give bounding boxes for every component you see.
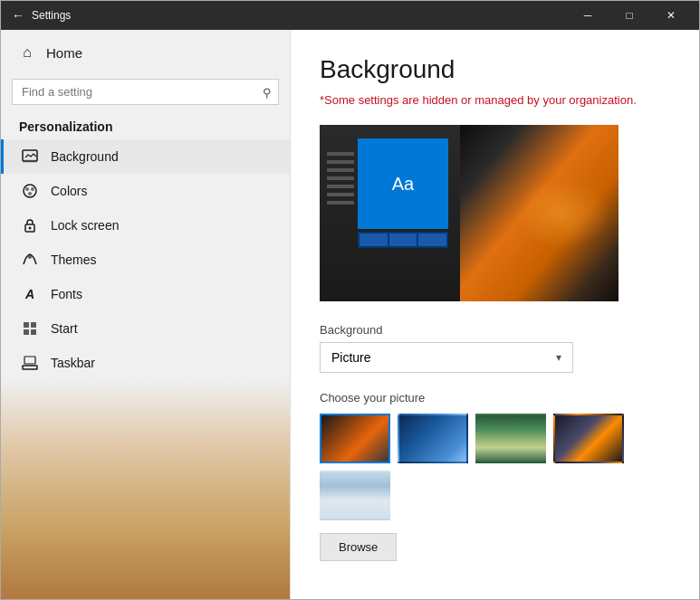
sidebar-item-themes[interactable]: Themes xyxy=(1,243,290,277)
sidebar-item-background-label: Background xyxy=(51,149,119,164)
back-button[interactable]: ← xyxy=(12,8,24,23)
sidebar-item-taskbar[interactable]: Taskbar xyxy=(1,346,290,380)
sidebar-search-container: ⚲ xyxy=(12,79,279,105)
svg-rect-13 xyxy=(23,366,37,369)
preview-bottom-block xyxy=(389,233,417,246)
home-icon: ⌂ xyxy=(19,44,35,61)
sidebar-item-fonts[interactable]: A Fonts xyxy=(1,277,290,311)
svg-point-4 xyxy=(31,187,34,191)
background-dropdown-label: Background xyxy=(320,323,670,337)
svg-rect-9 xyxy=(24,322,29,328)
browse-button[interactable]: Browse xyxy=(320,533,397,561)
picture-thumb-4[interactable] xyxy=(553,414,624,463)
preview-line xyxy=(327,152,354,156)
choose-picture-label: Choose your picture xyxy=(320,391,670,405)
minimize-button[interactable]: ─ xyxy=(567,1,609,30)
sidebar-item-taskbar-label: Taskbar xyxy=(51,356,95,370)
sidebar-item-fonts-label: Fonts xyxy=(51,287,82,301)
sidebar-item-themes-label: Themes xyxy=(51,252,97,267)
preview-lines xyxy=(327,152,354,205)
sidebar-item-start-label: Start xyxy=(51,321,78,336)
preview-line xyxy=(327,201,354,205)
svg-rect-14 xyxy=(24,357,35,364)
svg-rect-10 xyxy=(31,322,36,328)
picture-thumb-3[interactable] xyxy=(475,414,546,463)
sidebar-item-start[interactable]: Start xyxy=(1,311,290,346)
sidebar-section-title: Personalization xyxy=(1,112,290,139)
choose-picture-group: Choose your picture Browse xyxy=(320,391,670,561)
preview-car-highlight xyxy=(515,178,610,249)
page-title: Background xyxy=(320,55,670,84)
picture-thumb-2[interactable] xyxy=(398,414,468,463)
start-icon xyxy=(22,320,38,337)
titlebar-title: Settings xyxy=(32,9,71,22)
preview-left: Aa xyxy=(320,125,460,301)
sidebar: ⌂ Home ⚲ Personalization Backg xyxy=(1,30,291,599)
svg-rect-12 xyxy=(31,329,36,335)
titlebar-left: ← Settings xyxy=(12,8,71,23)
preview-line xyxy=(327,160,354,164)
close-button[interactable]: ✕ xyxy=(650,1,692,30)
preview-line xyxy=(327,176,354,180)
svg-rect-11 xyxy=(24,329,29,335)
preview-line xyxy=(327,168,354,172)
maximize-button[interactable]: □ xyxy=(609,1,650,30)
search-input[interactable] xyxy=(12,79,279,105)
preview-window-bottom xyxy=(358,232,448,248)
picture-thumb-5[interactable] xyxy=(320,471,390,520)
svg-point-5 xyxy=(28,192,32,195)
titlebar: ← Settings ─ □ ✕ xyxy=(1,1,699,30)
dropdown-value: Picture xyxy=(331,350,371,365)
sidebar-item-colors-label: Colors xyxy=(51,184,87,198)
sidebar-home-label: Home xyxy=(46,45,82,61)
sidebar-item-background[interactable]: Background xyxy=(1,139,290,174)
svg-point-3 xyxy=(25,187,29,191)
background-icon xyxy=(22,148,38,165)
background-form-group: Background Picture ▾ xyxy=(320,323,670,373)
lock-screen-icon xyxy=(22,217,38,233)
background-dropdown[interactable]: Picture ▾ xyxy=(320,342,573,373)
fonts-icon: A xyxy=(22,286,38,302)
preview-window-mock: Aa xyxy=(358,138,448,229)
sidebar-gradient xyxy=(1,380,290,599)
themes-icon xyxy=(22,252,38,268)
sidebar-item-lock-screen-label: Lock screen xyxy=(51,218,119,233)
taskbar-icon xyxy=(22,355,38,371)
svg-point-8 xyxy=(28,255,32,259)
preview-right xyxy=(460,125,618,301)
chevron-down-icon: ▾ xyxy=(556,351,561,364)
preview-line xyxy=(327,193,354,196)
preview-bottom-block xyxy=(360,233,388,246)
preview-bottom-block xyxy=(418,233,446,246)
org-warning: *Some settings are hidden or managed by … xyxy=(320,93,670,107)
sidebar-item-lock-screen[interactable]: Lock screen xyxy=(1,208,290,243)
preview-line xyxy=(327,185,354,188)
sidebar-item-home[interactable]: ⌂ Home xyxy=(1,30,290,75)
svg-rect-1 xyxy=(23,159,37,163)
picture-thumb-1[interactable] xyxy=(320,414,390,463)
search-icon: ⚲ xyxy=(263,85,272,99)
colors-icon xyxy=(22,183,38,199)
sidebar-item-colors[interactable]: Colors xyxy=(1,174,290,208)
titlebar-controls: ─ □ ✕ xyxy=(567,1,692,30)
content-area: ⌂ Home ⚲ Personalization Backg xyxy=(1,30,699,599)
picture-grid xyxy=(320,414,670,520)
background-preview: Aa xyxy=(320,125,618,301)
settings-window: ← Settings ─ □ ✕ ⌂ Home ⚲ Personalizatio… xyxy=(0,0,700,600)
main-content: Background *Some settings are hidden or … xyxy=(291,30,699,599)
svg-point-7 xyxy=(29,227,32,230)
